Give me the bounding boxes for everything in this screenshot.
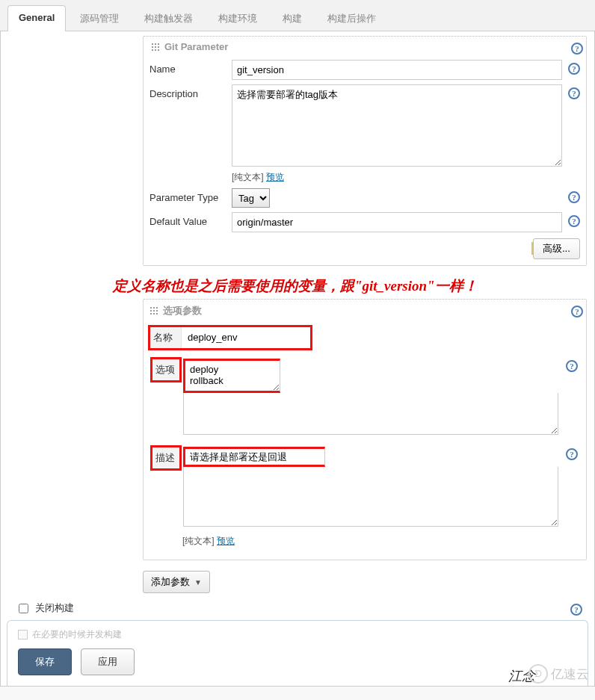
preview-link[interactable]: 预览 <box>266 172 284 182</box>
footer-bar: 在必要的时候并发构建 保存 应用 <box>7 620 588 686</box>
textarea-choice-options[interactable]: deploy rollback <box>183 359 280 393</box>
section-title-git-parameter: Git Parameter <box>151 41 579 52</box>
section-title-text: Git Parameter <box>164 41 228 52</box>
advanced-button[interactable]: 高级... <box>533 238 580 259</box>
input-choice-desc[interactable] <box>183 447 325 467</box>
textarea-git-description[interactable]: 选择需要部署的tag版本 <box>232 84 562 167</box>
label-default-value: Default Value <box>149 212 232 227</box>
label-description: Description <box>149 84 232 99</box>
tab-post-build[interactable]: 构建后操作 <box>316 5 387 31</box>
help-icon[interactable]: ? <box>566 360 578 372</box>
help-icon[interactable]: ? <box>570 604 582 616</box>
plain-text-label: [纯文本] <box>232 172 264 182</box>
note-icon <box>531 242 533 255</box>
tab-scm[interactable]: 源码管理 <box>69 5 130 31</box>
section-title-text: 选项参数 <box>163 304 202 318</box>
label-close-build: 关闭构建 <box>35 601 74 615</box>
tab-triggers[interactable]: 构建触发器 <box>133 5 204 31</box>
drag-handle-icon[interactable] <box>149 306 158 315</box>
drag-handle-icon[interactable] <box>151 43 160 52</box>
label-choice-desc: 描述 <box>150 445 182 471</box>
config-tabs: General 源码管理 构建触发器 构建环境 构建 构建后操作 <box>0 0 595 31</box>
input-default-value[interactable] <box>232 212 562 232</box>
apply-button[interactable]: 应用 <box>81 648 135 675</box>
section-title-choice: 选项参数 <box>149 304 579 318</box>
add-parameter-label: 添加参数 <box>151 575 190 589</box>
select-parameter-type[interactable]: Tag <box>232 188 270 208</box>
label-choice-options: 选项 <box>150 357 182 382</box>
checkbox-concurrent-disabled <box>18 630 28 639</box>
label-concurrent: 在必要的时候并发构建 <box>32 628 122 641</box>
help-icon[interactable]: ? <box>571 43 583 55</box>
watermark-icon: ᗤ <box>528 664 548 684</box>
input-choice-name[interactable] <box>183 329 309 346</box>
advanced-button-label: 高级... <box>543 242 570 255</box>
choice-parameter-section: ? 选项参数 名称 选项 deploy rollback ? <box>143 299 587 560</box>
save-button[interactable]: 保存 <box>18 648 72 675</box>
textarea-choice-options-ext[interactable] <box>183 393 558 435</box>
watermark-text: 亿速云 <box>551 666 589 683</box>
help-icon[interactable]: ? <box>568 63 580 75</box>
preview-link[interactable]: 预览 <box>217 536 235 546</box>
help-icon[interactable]: ? <box>568 87 580 99</box>
tab-general[interactable]: General <box>7 5 66 31</box>
git-parameter-section: ? Git Parameter Name ? Description 选择需要部… <box>143 36 587 266</box>
plain-text-label: [纯文本] <box>182 536 215 546</box>
chevron-down-icon: ▼ <box>194 578 202 586</box>
checkbox-close-build[interactable] <box>19 604 28 613</box>
tab-build[interactable]: 构建 <box>271 5 313 31</box>
textarea-choice-desc-ext[interactable] <box>183 467 558 527</box>
label-choice-name: 名称 <box>150 327 182 348</box>
input-git-name[interactable] <box>232 60 562 80</box>
help-icon[interactable]: ? <box>571 306 583 318</box>
help-icon[interactable]: ? <box>568 191 580 203</box>
add-parameter-button[interactable]: 添加参数 ▼ <box>143 571 210 593</box>
label-name: Name <box>149 60 232 75</box>
watermark: ᗤ 亿速云 <box>528 664 589 684</box>
help-icon[interactable]: ? <box>568 215 580 227</box>
label-parameter-type: Parameter Type <box>149 188 232 203</box>
tab-build-env[interactable]: 构建环境 <box>207 5 268 31</box>
annotation-text: 定义名称也是之后需要使用的变量，跟"git_version"一样！ <box>113 276 594 296</box>
help-icon[interactable]: ? <box>566 448 578 460</box>
